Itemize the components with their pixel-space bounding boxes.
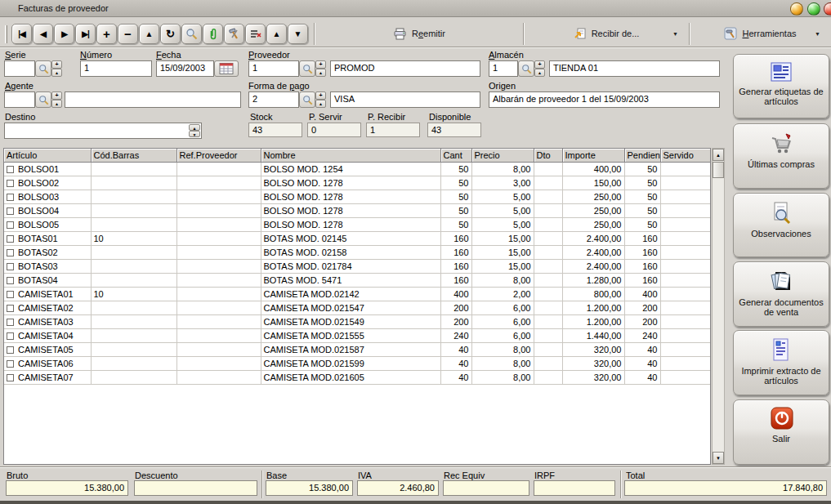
next-record-button[interactable]: ▶	[54, 24, 74, 44]
agente-spin-open[interactable]: ▲	[51, 100, 62, 108]
table-row[interactable]: BOLSO03BOLSO MOD. 1278505,00250,0050	[4, 190, 710, 203]
table-row[interactable]: CAMISETA02CAMISETA MOD.0215472006,001.20…	[4, 301, 710, 314]
forma-pago-spin-add[interactable]: +	[315, 91, 326, 100]
previous-record-button[interactable]: ◀	[33, 24, 53, 44]
refresh-button[interactable]: ↻	[160, 24, 181, 44]
destino-spin-down[interactable]: ▼	[189, 131, 200, 137]
scrollbar-thumb[interactable]	[713, 162, 724, 178]
edit-record-button[interactable]: ▲	[139, 24, 159, 44]
forma-pago-spin-open[interactable]: ▲	[315, 100, 326, 108]
col-header-cod-barras[interactable]: Cód.Barras	[91, 149, 176, 162]
agente-name-field[interactable]	[65, 91, 241, 108]
col-header-dto[interactable]: Dto	[534, 149, 562, 162]
table-row[interactable]: BOTAS0110BOTAS MOD. 0214516015,002.400,0…	[4, 231, 710, 245]
row-checkbox[interactable]	[7, 346, 14, 354]
almacen-code-input[interactable]: 1	[489, 60, 518, 77]
delete-record-button[interactable]: −	[118, 24, 138, 44]
serie-input[interactable]	[4, 60, 35, 77]
numero-input[interactable]: 1	[80, 60, 152, 77]
ultimas-compras-button[interactable]: Últimas compras	[733, 123, 829, 189]
serie-search-button[interactable]	[35, 60, 51, 77]
table-row[interactable]: BOLSO01BOLSO MOD. 1254508,00400,0050	[4, 162, 710, 176]
col-header-articulo[interactable]: Artículo	[4, 149, 91, 162]
forma-pago-search-button[interactable]	[299, 91, 315, 108]
last-record-button[interactable]: ▶|	[75, 24, 96, 44]
minimize-button[interactable]	[790, 2, 803, 16]
add-record-button[interactable]: +	[96, 24, 117, 44]
col-header-importe[interactable]: Importe	[562, 149, 624, 162]
scroll-down-button[interactable]: ▼	[713, 452, 724, 464]
table-row[interactable]: CAMISETA03CAMISETA MOD.0215492006,001.20…	[4, 314, 710, 328]
table-scrollbar[interactable]: ▲ ▼	[712, 148, 725, 465]
row-checkbox[interactable]	[7, 263, 14, 270]
row-checkbox[interactable]	[7, 374, 14, 381]
row-checkbox[interactable]	[7, 194, 14, 201]
proveedor-code-input[interactable]: 1	[248, 60, 299, 77]
row-checkbox[interactable]	[7, 332, 14, 340]
proveedor-name-field[interactable]: PROMOD	[330, 60, 480, 77]
first-record-button[interactable]: |◀	[11, 24, 32, 44]
destino-spin-up[interactable]: ▲	[189, 124, 200, 131]
table-row[interactable]: BOTAS03BOTAS MOD. 02178416015,002.400,00…	[4, 259, 710, 273]
scroll-up-button[interactable]: ▲	[713, 149, 724, 161]
col-header-precio[interactable]: Precio	[471, 149, 534, 162]
salir-button[interactable]: Salir	[733, 399, 829, 465]
agente-code-input[interactable]	[4, 91, 35, 108]
table-row[interactable]: BOTAS04BOTAS MOD. 54711608,001.280,00160	[4, 273, 710, 287]
move-down-button[interactable]: ▼	[288, 24, 308, 44]
destino-select[interactable]: ▲ ▼	[4, 123, 202, 139]
toolbar-gripper[interactable]	[5, 25, 7, 43]
row-checkbox[interactable]	[7, 360, 14, 368]
herramientas-button[interactable]: Herramientas ▼	[691, 21, 829, 46]
table-row[interactable]: CAMISETA06CAMISETA MOD.021599408,00320,0…	[4, 356, 710, 370]
recibir-de-button[interactable]: Recibir de... ▼	[525, 21, 687, 46]
generar-etiquetas-button[interactable]: Generar etiquetas de artículos	[733, 54, 829, 118]
almacen-search-button[interactable]	[518, 60, 534, 77]
search-button[interactable]	[181, 24, 202, 44]
forma-pago-name-field[interactable]: VISA	[330, 91, 480, 108]
col-header-nombre[interactable]: Nombre	[261, 149, 440, 162]
row-checkbox[interactable]	[7, 180, 14, 187]
proveedor-spin-open[interactable]: ▲	[315, 69, 326, 77]
table-row[interactable]: BOLSO02BOLSO MOD. 1278503,00150,0050	[4, 176, 710, 190]
col-header-servido[interactable]: Servido	[660, 149, 710, 162]
imprimir-extracto-button[interactable]: Imprimir extracto de artículos	[733, 330, 829, 395]
row-checkbox[interactable]	[7, 249, 14, 256]
almacen-spin-add[interactable]: +	[534, 60, 545, 69]
row-checkbox[interactable]	[7, 235, 14, 243]
table-row[interactable]: BOTAS02BOTAS MOD. 0215816015,002.400,001…	[4, 245, 710, 259]
table-row[interactable]: CAMISETA0110CAMISETA MOD.021424002,00800…	[4, 287, 710, 301]
agente-search-button[interactable]	[35, 91, 51, 108]
tools-button[interactable]	[224, 24, 244, 44]
notes-button[interactable]	[245, 24, 266, 44]
generar-documentos-venta-button[interactable]: Generar documentos de venta	[733, 261, 829, 327]
col-header-ref-proveedor[interactable]: Ref.Proveedor	[176, 149, 261, 162]
col-header-cant[interactable]: Cant	[440, 149, 471, 162]
forma-pago-code-input[interactable]: 2	[248, 91, 299, 108]
row-checkbox[interactable]	[7, 319, 14, 326]
row-checkbox[interactable]	[7, 291, 14, 298]
proveedor-spin-add[interactable]: +	[315, 60, 326, 69]
almacen-spin-open[interactable]: ▲	[534, 69, 545, 77]
close-button[interactable]	[824, 2, 831, 16]
reemitir-button[interactable]: Reemitir	[317, 21, 521, 46]
attachments-button[interactable]	[203, 24, 223, 44]
row-checkbox[interactable]	[7, 207, 14, 215]
almacen-name-field[interactable]: TIENDA 01	[549, 60, 720, 77]
table-row[interactable]: CAMISETA07CAMISETA MOD.021605408,00320,0…	[4, 370, 710, 384]
table-row[interactable]: BOLSO04BOLSO MOD. 1278505,00250,0050	[4, 203, 710, 217]
table-row[interactable]: BOLSO05BOLSO MOD. 1278505,00250,0050	[4, 217, 710, 231]
maximize-button[interactable]	[807, 2, 820, 16]
fecha-input[interactable]: 15/09/2003	[156, 60, 214, 77]
table-row[interactable]: CAMISETA05CAMISETA MOD.021587408,00320,0…	[4, 342, 710, 356]
agente-spin-add[interactable]: +	[51, 91, 62, 100]
serie-spin-add[interactable]: +	[51, 60, 62, 69]
observaciones-button[interactable]: Observaciones	[733, 193, 829, 257]
col-header-pendiente[interactable]: Pendiente	[624, 149, 660, 162]
move-up-button[interactable]: ▲	[266, 24, 287, 44]
row-checkbox[interactable]	[7, 166, 14, 173]
serie-spin-open[interactable]: ▲	[51, 69, 62, 77]
row-checkbox[interactable]	[7, 305, 14, 312]
proveedor-search-button[interactable]	[299, 60, 315, 77]
title-bar[interactable]: Facturas de proveedor	[0, 0, 831, 17]
